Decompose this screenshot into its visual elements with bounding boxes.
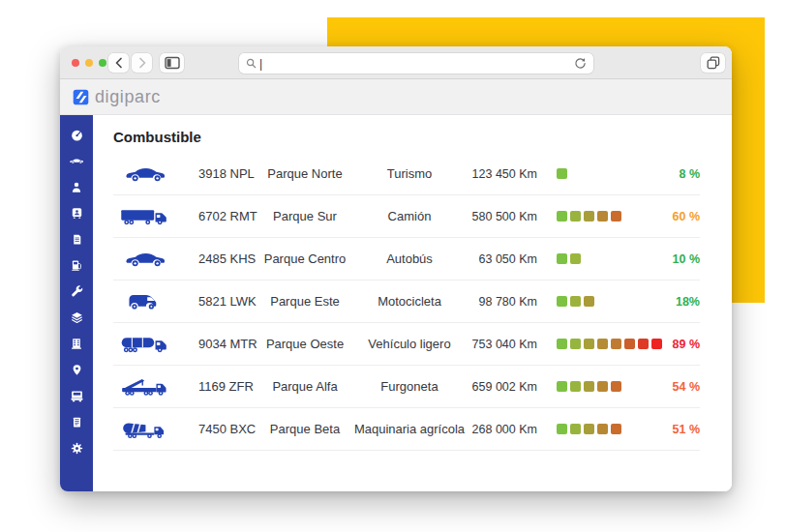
page: | digiparc <box>0 0 786 532</box>
kilometers: 98 780 Km <box>469 295 537 309</box>
back-button[interactable] <box>108 53 129 73</box>
sidebar-item-company[interactable] <box>69 337 84 351</box>
layers-icon <box>70 310 84 325</box>
sidebar-item-invoices[interactable] <box>69 232 84 247</box>
mixer-truck-icon <box>113 419 177 440</box>
sidebar-item-drivers[interactable] <box>69 180 84 194</box>
van-icon <box>113 291 177 311</box>
kilometers: 659 002 Km <box>469 380 537 394</box>
search-icon <box>246 58 257 69</box>
person-icon <box>70 180 83 194</box>
table-row[interactable]: 7450 BXC Parque Beta Maquinaria agrícola… <box>113 408 700 451</box>
dashboard-icon <box>70 128 84 142</box>
fuel-percentage: 10 % <box>671 252 700 266</box>
table-row[interactable]: 3918 NPL Parque Norte Turismo 123 450 Km… <box>113 153 700 195</box>
report-icon <box>71 415 83 429</box>
address-search-field[interactable]: | <box>239 53 593 74</box>
sidebar-item-dashboard[interactable] <box>69 128 84 142</box>
table-row[interactable]: 1169 ZFR Parque Alfa Furgoneta 659 002 K… <box>113 366 700 408</box>
kilometers: 580 500 Km <box>469 210 537 223</box>
main-content: Combustible 3918 NPL Parque Norte Turism… <box>93 115 732 491</box>
vehicle-type: Motocicleta <box>349 294 469 309</box>
park-name: Parque Centro <box>260 251 349 266</box>
chevron-left-icon <box>114 57 124 69</box>
sidebar-item-fuel[interactable] <box>69 258 84 273</box>
vehicle-type: Autobús <box>349 251 469 266</box>
plate-number: 6702 RMT <box>177 209 260 223</box>
vehicle-type: Maquinaria agrícola <box>349 422 469 436</box>
browser-window: | digiparc <box>60 46 732 491</box>
park-name: Parque Alfa <box>260 379 349 394</box>
sidebar-item-categories[interactable] <box>69 310 84 325</box>
tab-overview-button[interactable] <box>701 53 725 73</box>
fuel-percentage: 51 % <box>671 423 700 436</box>
app-logo-text: digiparc <box>95 87 161 107</box>
text-cursor: | <box>259 57 262 71</box>
plate-number: 7450 BXC <box>177 422 260 436</box>
tabs-icon <box>707 56 720 70</box>
fuel-percentage: 8 % <box>671 167 700 181</box>
fuel-percentage: 54 % <box>671 380 700 394</box>
chevron-right-icon <box>137 57 147 69</box>
zoom-window-button[interactable] <box>99 59 106 67</box>
vehicle-type: Turismo <box>349 166 469 181</box>
fuel-level-squares <box>537 253 671 264</box>
sidebar-item-maintenance[interactable] <box>69 284 84 299</box>
park-name: Parque Beta <box>260 422 349 436</box>
fuel-percentage: 89 % <box>671 338 700 351</box>
page-title: Combustible <box>113 129 732 145</box>
plate-number: 2485 KHS <box>177 251 260 266</box>
park-name: Parque Sur <box>260 209 349 223</box>
fuel-level-squares <box>537 211 671 222</box>
kilometers: 63 050 Km <box>469 252 537 266</box>
sidebar-item-settings[interactable] <box>69 441 84 456</box>
plate-number: 9034 MTR <box>177 337 260 351</box>
browser-toolbar: | <box>60 46 732 79</box>
plate-number: 5821 LWK <box>177 294 260 309</box>
park-name: Parque Oeste <box>260 337 349 351</box>
vehicle-type: Vehículo ligero <box>349 337 469 351</box>
forward-button[interactable] <box>132 53 152 73</box>
close-window-button[interactable] <box>72 59 79 67</box>
reload-icon[interactable] <box>574 57 587 70</box>
sidebar-toggle-button[interactable] <box>160 53 184 73</box>
sidebar-item-vehicles[interactable] <box>69 154 84 168</box>
kilometers: 123 450 Km <box>469 167 537 181</box>
sidebar-item-fleet[interactable] <box>69 389 84 403</box>
sidebar-item-transport[interactable] <box>69 206 84 221</box>
park-name: Parque Norte <box>260 166 349 181</box>
crane-truck-icon <box>113 376 177 398</box>
plate-number: 1169 ZFR <box>177 379 260 394</box>
invoice-icon <box>71 232 83 247</box>
table-row[interactable]: 6702 RMT Parque Sur Camión 580 500 Km 60… <box>113 195 700 238</box>
sidebar-item-reports[interactable] <box>69 415 84 429</box>
vehicle-type: Furgoneta <box>349 379 469 394</box>
sidebar-panel-icon <box>165 56 180 70</box>
sidebar-nav <box>60 115 93 491</box>
fuel-pump-icon <box>70 258 83 273</box>
kilometers: 268 000 Km <box>469 423 537 436</box>
minimize-window-button[interactable] <box>85 59 93 67</box>
table-row[interactable]: 2485 KHS Parque Centro Autobús 63 050 Km… <box>113 238 700 281</box>
fuel-level-squares <box>537 296 671 307</box>
gear-icon <box>70 441 84 456</box>
semi-truck-icon <box>113 206 177 227</box>
plate-number: 3918 NPL <box>177 166 260 181</box>
table-row[interactable]: 9034 MTR Parque Oeste Vehículo ligero 75… <box>113 323 700 366</box>
fuel-level-squares <box>537 168 671 179</box>
fuel-percentage: 18% <box>671 295 700 309</box>
car-icon <box>113 250 177 269</box>
tanker-truck-icon <box>113 334 177 355</box>
fuel-level-squares <box>537 381 671 392</box>
building-icon <box>70 337 83 351</box>
bus-driver-icon <box>70 206 84 221</box>
car-icon <box>69 157 84 165</box>
app-header: digiparc <box>60 79 732 115</box>
kilometers: 753 040 Km <box>469 338 537 351</box>
vehicle-type: Camión <box>349 209 469 223</box>
truck-front-icon <box>70 389 84 403</box>
sidebar-item-locations[interactable] <box>69 363 84 377</box>
fuel-table: 3918 NPL Parque Norte Turismo 123 450 Km… <box>113 153 700 451</box>
park-name: Parque Este <box>260 294 349 309</box>
table-row[interactable]: 5821 LWK Parque Este Motocicleta 98 780 … <box>113 281 700 323</box>
